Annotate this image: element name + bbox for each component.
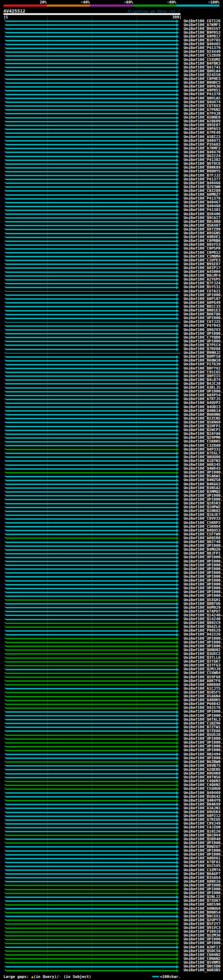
alignment-bar[interactable] <box>6 812 176 813</box>
alignment-bar[interactable] <box>6 962 176 963</box>
alignment-bar[interactable] <box>6 970 176 971</box>
alignment-bar[interactable] <box>6 148 176 149</box>
alignment-bar[interactable] <box>6 885 176 886</box>
alignment-bar[interactable] <box>6 175 176 176</box>
alignment-bar[interactable] <box>6 402 176 404</box>
alignment-bar[interactable] <box>6 426 176 427</box>
alignment-bar[interactable] <box>6 48 176 49</box>
alignment-bar[interactable] <box>6 21 176 22</box>
alignment-bar[interactable] <box>6 757 176 759</box>
alignment-bar[interactable] <box>6 422 176 423</box>
alignment-bar[interactable] <box>6 769 176 770</box>
alignment-bar[interactable] <box>6 438 176 439</box>
alignment-bar[interactable] <box>6 653 176 655</box>
alignment-bar[interactable] <box>6 865 176 867</box>
alignment-bar[interactable] <box>6 121 176 123</box>
alignment-bar[interactable] <box>6 375 176 377</box>
alignment-bar[interactable] <box>6 28 176 30</box>
alignment-bar[interactable] <box>6 827 176 829</box>
alignment-bar[interactable] <box>6 738 176 740</box>
alignment-bar[interactable] <box>6 32 176 33</box>
alignment-bar[interactable] <box>6 260 176 261</box>
alignment-bar[interactable] <box>6 908 176 909</box>
alignment-bar[interactable] <box>6 360 176 361</box>
alignment-bar[interactable] <box>6 796 176 797</box>
alignment-bar[interactable] <box>6 912 176 913</box>
alignment-bar[interactable] <box>6 507 176 508</box>
alignment-bar[interactable] <box>6 329 176 331</box>
alignment-bar[interactable] <box>6 835 176 836</box>
alignment-bar[interactable] <box>6 171 176 172</box>
alignment-bar[interactable] <box>6 661 176 663</box>
alignment-bar[interactable] <box>6 244 176 246</box>
alignment-bar[interactable] <box>6 140 176 142</box>
alignment-bar[interactable] <box>6 819 176 821</box>
alignment-bar[interactable] <box>6 542 176 543</box>
alignment-bar[interactable] <box>6 893 176 894</box>
alignment-bar[interactable] <box>6 387 176 389</box>
alignment-bar[interactable] <box>6 657 176 659</box>
alignment-bar[interactable] <box>6 619 176 620</box>
alignment-bar[interactable] <box>6 711 176 713</box>
alignment-bar[interactable] <box>6 676 176 678</box>
alignment-bar[interactable] <box>6 98 176 99</box>
alignment-bar[interactable] <box>6 954 176 956</box>
alignment-bar[interactable] <box>6 611 176 612</box>
alignment-bar[interactable] <box>6 873 176 875</box>
alignment-bar[interactable] <box>6 399 176 400</box>
alignment-bar[interactable] <box>6 75 176 76</box>
hit-label[interactable]: UniRef100_A6R3R5 <box>184 968 221 972</box>
alignment-bar[interactable] <box>6 850 176 852</box>
alignment-bar[interactable] <box>6 156 176 157</box>
alignment-bar[interactable] <box>6 858 176 859</box>
alignment-bar[interactable] <box>6 588 176 589</box>
alignment-bar[interactable] <box>6 735 176 736</box>
alignment-bar[interactable] <box>6 704 176 705</box>
alignment-bar[interactable] <box>6 325 176 327</box>
alignment-bar[interactable] <box>6 580 176 582</box>
alignment-bar[interactable] <box>6 765 176 767</box>
alignment-bar[interactable] <box>6 275 176 277</box>
alignment-bar[interactable] <box>6 368 176 369</box>
alignment-bar[interactable] <box>6 642 176 643</box>
alignment-bar[interactable] <box>6 781 176 782</box>
alignment-bar[interactable] <box>6 283 176 284</box>
alignment-bar[interactable] <box>6 557 176 558</box>
alignment-bar[interactable] <box>6 67 176 68</box>
alignment-bar[interactable] <box>6 958 176 959</box>
alignment-bar[interactable] <box>6 634 176 635</box>
alignment-bar[interactable] <box>6 291 180 292</box>
alignment-bar[interactable] <box>6 742 176 744</box>
alignment-bar[interactable] <box>6 723 176 724</box>
alignment-bar[interactable] <box>6 900 176 902</box>
alignment-bar[interactable] <box>6 773 176 775</box>
alignment-bar[interactable] <box>6 36 176 37</box>
alignment-bar[interactable] <box>6 816 176 817</box>
alignment-bar[interactable] <box>6 692 176 693</box>
alignment-bar[interactable] <box>6 966 176 967</box>
alignment-bar[interactable] <box>6 468 176 470</box>
alignment-bar[interactable] <box>6 665 176 667</box>
alignment-bar[interactable] <box>6 379 176 381</box>
alignment-bar[interactable] <box>6 102 176 103</box>
alignment-bar[interactable] <box>6 568 176 570</box>
alignment-bar[interactable] <box>6 206 176 207</box>
alignment-bar[interactable] <box>6 916 176 917</box>
alignment-bar[interactable] <box>6 117 176 119</box>
alignment-bar[interactable] <box>6 337 176 338</box>
alignment-bar[interactable] <box>6 599 176 601</box>
hit-row[interactable]: UniRef100_A6R3R5 <box>0 969 223 972</box>
alignment-bar[interactable] <box>6 298 176 300</box>
alignment-bar[interactable] <box>6 939 176 940</box>
alignment-bar[interactable] <box>6 453 176 454</box>
alignment-bar[interactable] <box>6 349 176 350</box>
alignment-bar[interactable] <box>6 935 176 937</box>
alignment-bar[interactable] <box>6 71 176 72</box>
alignment-bar[interactable] <box>6 572 176 574</box>
alignment-bar[interactable] <box>6 511 176 512</box>
alignment-bar[interactable] <box>6 144 176 145</box>
alignment-bar[interactable] <box>6 947 176 948</box>
alignment-bar[interactable] <box>6 318 176 319</box>
alignment-bar[interactable] <box>6 777 176 778</box>
alignment-bar[interactable] <box>6 804 176 805</box>
